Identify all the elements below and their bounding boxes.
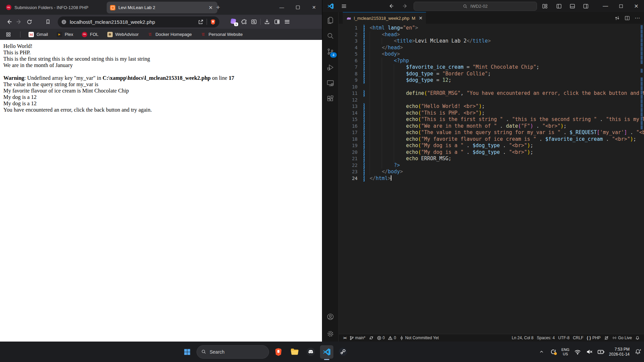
- code-line-11[interactable]: 11 define("ERROR_MSG", "You have encount…: [339, 90, 644, 97]
- tab-close-icon[interactable]: ✕: [419, 15, 423, 21]
- status-branch-icon[interactable]: main*: [348, 334, 367, 342]
- code-line-21[interactable]: 21 echo ERROR_MSG;: [339, 156, 644, 162]
- code-line-3[interactable]: 3 <title>Levi McLean Lab 2</title>: [339, 38, 644, 45]
- status-bell-icon[interactable]: [634, 334, 641, 342]
- code-line-13[interactable]: 13 echo("Hello World! <br>");: [339, 103, 644, 110]
- taskbar-search[interactable]: Search: [197, 345, 269, 359]
- volume-muted-icon[interactable]: [586, 348, 593, 356]
- code-line-9[interactable]: 9 $dog_type = 12;: [339, 77, 644, 84]
- status-ln-24-col-8[interactable]: Ln 24, Col 8: [510, 334, 535, 342]
- code-line-19[interactable]: 19 echo("My dog is a " . $dog_type . "<b…: [339, 142, 644, 149]
- battery-charging-icon[interactable]: [597, 348, 605, 356]
- activity-explorer-icon[interactable]: [322, 12, 338, 28]
- nav-back-icon[interactable]: [388, 0, 394, 12]
- status-crlf[interactable]: CRLF: [571, 334, 585, 342]
- status-commit-icon[interactable]: Not Committed Yet: [398, 334, 440, 342]
- code-line-4[interactable]: 4 </head>: [339, 45, 644, 51]
- taskbar-discord-app[interactable]: [304, 345, 317, 359]
- taskbar-brave-app[interactable]: [272, 345, 285, 359]
- code-line-20[interactable]: 20 echo("My dog is a " . $dog_type . "<b…: [339, 149, 644, 156]
- brave-shields-icon[interactable]: [210, 19, 216, 25]
- browser-tab-submission-folders[interactable]: FOL Submission Folders - INFO-1208 PHP: [3, 0, 108, 15]
- status-go-live-icon[interactable]: Go Live: [610, 334, 634, 342]
- status-errors-icon[interactable]: 0: [375, 334, 387, 342]
- code-line-6[interactable]: 6 <?php: [339, 58, 644, 64]
- bookmark-plex[interactable]: ▶Plex: [57, 32, 73, 37]
- tray-language-indicator[interactable]: ENGUS: [561, 348, 570, 356]
- code-line-18[interactable]: 18 echo("My favorite flavour of ice crea…: [339, 136, 644, 143]
- browser-menu-icon[interactable]: [282, 17, 292, 27]
- code-line-22[interactable]: 22 ?>: [339, 162, 644, 169]
- toggle-panel-icon[interactable]: [570, 0, 575, 12]
- bookmark-webadvisor[interactable]: WebAdvisor: [107, 32, 139, 37]
- start-button[interactable]: [180, 345, 194, 359]
- code-line-1[interactable]: 1<html lang="en">: [339, 25, 644, 32]
- editor-tab-php-file[interactable]: l_mclean215318_week2.php M ✕: [343, 12, 426, 24]
- new-tab-button[interactable]: +: [216, 4, 220, 11]
- extensions-puzzle-icon[interactable]: [239, 17, 249, 27]
- forward-icon[interactable]: [14, 17, 24, 27]
- tray-clock[interactable]: 7:53 PM2026-01-14: [609, 347, 630, 357]
- split-editor-icon[interactable]: [625, 15, 630, 21]
- status-spaces-4[interactable]: Spaces: 4: [535, 334, 556, 342]
- code-line-15[interactable]: 15 echo("This is the first string " . "t…: [339, 116, 644, 123]
- bookmark-fol[interactable]: FOLFOL: [82, 32, 98, 37]
- tray-chevron-up-icon[interactable]: [538, 348, 545, 356]
- command-center-search[interactable]: IWD2-02: [414, 2, 537, 11]
- status-warnings-icon[interactable]: 0: [386, 334, 398, 342]
- status-utf-8[interactable]: UTF-8: [556, 334, 571, 342]
- address-bar[interactable]: localhost/l_mclean215318_week2.php: [58, 16, 219, 27]
- activity-account-icon[interactable]: [322, 309, 338, 326]
- activity-remote-explorer-icon[interactable]: [322, 75, 338, 91]
- url-text[interactable]: localhost/l_mclean215318_week2.php: [70, 19, 195, 25]
- browser-minimize-button[interactable]: —: [274, 0, 290, 15]
- code-line-12[interactable]: 12: [339, 97, 644, 104]
- vscode-maximize-button[interactable]: [613, 0, 629, 12]
- tab-close-icon[interactable]: ✕: [207, 4, 214, 11]
- activity-source-control-icon[interactable]: 4: [322, 44, 338, 59]
- notifications-bell-icon[interactable]: z: [634, 348, 641, 356]
- bookmark-icon[interactable]: [43, 17, 53, 27]
- bookmark-personal-website[interactable]: LEVIPersonal Website: [201, 32, 243, 37]
- taskbar-steam-app[interactable]: [336, 345, 350, 359]
- code-line-24[interactable]: 24</html>: [339, 175, 644, 182]
- toggle-primary-sidebar-icon[interactable]: [556, 0, 562, 12]
- browser-close-button[interactable]: ✕: [306, 0, 322, 15]
- overview-ruler[interactable]: [639, 24, 643, 334]
- status-xdebug-icon[interactable]: [602, 334, 610, 342]
- sidebar-toggle-icon[interactable]: [272, 17, 282, 27]
- open-changes-icon[interactable]: [614, 15, 620, 21]
- tray-update-icon[interactable]: [550, 348, 557, 356]
- bookmark-gmail[interactable]: MGmail: [29, 32, 48, 37]
- code-line-23[interactable]: 23 </body>: [339, 169, 644, 175]
- code-line-16[interactable]: 16 echo("We are in the month of " . date…: [339, 123, 644, 130]
- activity-search-icon[interactable]: [322, 28, 338, 44]
- customize-layout-icon[interactable]: [542, 0, 548, 12]
- activity-run-debug-icon[interactable]: [322, 59, 338, 75]
- activity-settings-gear-icon[interactable]: [322, 326, 338, 342]
- page-search-icon[interactable]: [249, 17, 259, 27]
- bookmark-docker-homepage[interactable]: LEVIDocker Homepage: [147, 32, 192, 37]
- more-actions-icon[interactable]: ⋯: [635, 15, 640, 21]
- status-sync-icon[interactable]: [367, 334, 375, 342]
- status-remote-icon[interactable]: ><: [341, 334, 348, 342]
- site-info-icon[interactable]: [61, 19, 67, 25]
- wifi-icon[interactable]: [574, 348, 581, 356]
- vscode-close-button[interactable]: ✕: [629, 0, 644, 12]
- toggle-secondary-sidebar-icon[interactable]: [583, 0, 589, 12]
- taskbar-vscode-app[interactable]: [320, 345, 333, 359]
- browser-tab-levi-mclean-lab[interactable]: Levi McLean Lab 2 ✕: [107, 2, 217, 13]
- back-icon[interactable]: [4, 17, 14, 27]
- code-editor[interactable]: 1<html lang="en">2 <head>3 <title>Levi M…: [339, 24, 644, 334]
- downloads-icon[interactable]: [262, 17, 272, 27]
- nav-forward-icon[interactable]: [402, 0, 408, 12]
- reload-icon[interactable]: [24, 17, 34, 27]
- code-line-5[interactable]: 5 <body>: [339, 51, 644, 58]
- code-line-2[interactable]: 2 <head>: [339, 32, 644, 38]
- code-line-8[interactable]: 8 $dog_type = "Border Collie";: [339, 71, 644, 77]
- vscode-menu-icon[interactable]: [341, 0, 347, 12]
- code-line-7[interactable]: 7 $favorite_ice_cream = "Mint Chocolate …: [339, 64, 644, 71]
- taskbar-file-explorer-app[interactable]: [288, 345, 301, 359]
- leo-ai-icon[interactable]: 1: [229, 17, 239, 27]
- code-line-17[interactable]: 17 echo("The value in the query string f…: [339, 129, 644, 136]
